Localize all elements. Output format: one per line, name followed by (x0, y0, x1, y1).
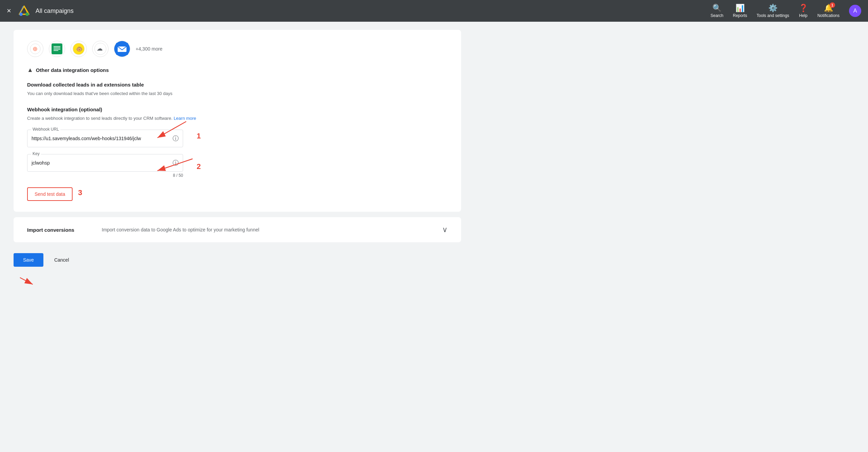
cloud-icon: ☁ (92, 41, 108, 57)
close-button[interactable]: × (7, 6, 11, 15)
import-conversions-label: Import conversions (27, 227, 102, 233)
webhook-key-field: Key ⓘ 8 / 50 (27, 154, 183, 178)
annotation-container: ⊕ 🐵 (14, 30, 461, 275)
other-data-section-title: Other data integration options (36, 67, 109, 73)
sheets-icon (49, 41, 65, 57)
cancel-button[interactable]: Cancel (49, 253, 75, 267)
learn-more-link[interactable]: Learn more (174, 116, 196, 121)
import-conversions-row: Import conversions Import conversion dat… (14, 217, 461, 242)
more-integrations-label: +4,300 more (136, 46, 162, 52)
annotation-2-label: 2 (197, 162, 201, 171)
other-data-toggle[interactable]: ▲ Other data integration options (27, 67, 448, 74)
svg-text:🐵: 🐵 (76, 46, 83, 52)
import-conversions-desc: Import conversion data to Google Ads to … (102, 227, 442, 232)
svg-point-2 (25, 13, 29, 16)
annotation-3-label: 3 (78, 188, 82, 197)
send-test-row: Send test data 3 (27, 185, 448, 201)
notifications-icon: 🔔 1 (824, 4, 833, 13)
help-circle-icon[interactable]: ⓘ (173, 134, 179, 143)
bottom-actions: 4 Save Cancel (14, 250, 461, 275)
send-test-button[interactable]: Send test data (27, 187, 73, 201)
webhook-url-label: Webhook URL (31, 127, 60, 132)
page-title: All campaigns (36, 7, 705, 15)
webhook-url-field: Webhook URL ⓘ (27, 130, 183, 147)
main-content: ⊕ 🐵 (0, 22, 475, 283)
help-label: Help (799, 13, 808, 18)
notifications-label: Notifications (817, 13, 840, 18)
integration-icons-row: ⊕ 🐵 (27, 41, 448, 57)
reports-icon: 📊 (735, 4, 745, 13)
reports-nav-item[interactable]: 📊 Reports (733, 4, 747, 18)
webhook-key-label: Key (31, 151, 41, 156)
help-circle-key-icon[interactable]: ⓘ (173, 159, 179, 167)
help-icon: ❓ (799, 4, 808, 13)
svg-rect-9 (54, 48, 60, 48)
app-logo (18, 5, 30, 17)
hubspot-icon: ⊕ (27, 41, 43, 57)
annotation-1-label: 1 (197, 132, 201, 140)
mailchimp-icon: 🐵 (71, 41, 87, 57)
char-count: 8 / 50 (27, 173, 183, 178)
webhook-desc: Create a webhook integration to send lea… (27, 115, 448, 122)
notifications-nav-item[interactable]: 🔔 1 Notifications (817, 4, 840, 18)
webhook-key-input-wrap: ⓘ (27, 154, 183, 172)
tools-label: Tools and settings (757, 13, 789, 18)
notification-badge: 1 (830, 2, 835, 8)
download-leads-desc: You can only download leads that've been… (27, 90, 448, 97)
svg-text:⊕: ⊕ (33, 45, 38, 52)
webhook-title: Webhook integration (optional) (27, 107, 448, 112)
webhook-section: Webhook integration (optional) Create a … (27, 107, 448, 201)
svg-rect-10 (54, 49, 60, 50)
svg-rect-8 (54, 46, 60, 47)
svg-rect-11 (54, 50, 58, 51)
svg-line-21 (20, 278, 33, 284)
download-leads-section: Download collected leads in ad extension… (27, 82, 448, 97)
save-button[interactable]: Save (14, 253, 43, 267)
webhook-url-input[interactable] (32, 136, 173, 141)
search-icon: 🔍 (712, 4, 722, 13)
top-navigation: × All campaigns 🔍 Search 📊 Reports ⚙️ To… (0, 0, 868, 22)
search-nav-item[interactable]: 🔍 Search (711, 4, 724, 18)
webhook-key-input[interactable] (32, 160, 173, 166)
integration-card: ⊕ 🐵 (14, 30, 461, 212)
download-leads-title: Download collected leads in ad extension… (27, 82, 448, 88)
help-nav-item[interactable]: ❓ Help (799, 4, 808, 18)
svg-text:☁: ☁ (97, 45, 103, 52)
email-icon (114, 41, 130, 57)
nav-actions: 🔍 Search 📊 Reports ⚙️ Tools and settings… (711, 4, 862, 18)
user-avatar[interactable]: A (849, 5, 861, 17)
search-label: Search (711, 13, 724, 18)
reports-label: Reports (733, 13, 747, 18)
chevron-down-icon[interactable]: ∨ (442, 225, 448, 234)
tools-nav-item[interactable]: ⚙️ Tools and settings (757, 4, 789, 18)
webhook-url-input-wrap: ⓘ (27, 130, 183, 147)
chevron-up-icon: ▲ (27, 67, 33, 74)
tools-icon: ⚙️ (768, 4, 777, 13)
